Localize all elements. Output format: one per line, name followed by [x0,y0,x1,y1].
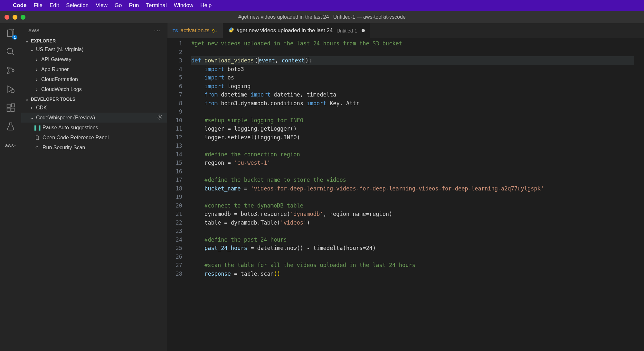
chevron-right-icon: › [29,105,34,111]
python-icon [228,27,234,34]
menu-go[interactable]: Go [115,2,122,9]
editor-area: TS activation.ts 9+ #get new videos uplo… [167,23,644,351]
codewhisperer-label: CodeWhisperer (Preview) [36,115,95,121]
region-label: US East (N. Virginia) [36,47,83,52]
service-label: CloudWatch Logs [41,87,82,92]
svg-point-9 [159,116,161,118]
app-name[interactable]: Code [13,2,27,9]
devtools-cdk[interactable]: › CDK [21,103,167,113]
svg-point-2 [7,72,9,74]
service-cloudformation[interactable]: › CloudFormation [21,74,167,84]
maximize-window-button[interactable] [21,15,25,20]
tab-activation-ts[interactable]: TS activation.ts 9+ [167,23,223,38]
service-cloudwatch-logs[interactable]: › CloudWatch Logs [21,84,167,94]
source-control-icon[interactable] [5,65,16,76]
sidebar-title: AWS [28,28,40,33]
cdk-label: CDK [36,105,47,111]
chevron-down-icon: ⌄ [29,46,34,52]
explorer-section-header[interactable]: ⌄ EXPLORER [21,37,167,44]
tab-badge: 9+ [212,28,217,33]
aws-icon[interactable]: aws [5,140,16,151]
menu-edit[interactable]: Edit [50,2,59,9]
chevron-down-icon: ⌄ [24,97,30,102]
pause-icon: ❚❚ [34,125,41,131]
code-editor[interactable]: 1234567891011121314151617181920212223242… [167,38,644,351]
run-debug-icon[interactable] [5,84,16,95]
explorer-icon[interactable]: 1 [5,28,16,39]
menu-terminal[interactable]: Terminal [146,2,167,9]
cw-pause-label: Pause Auto-suggestions [43,125,98,131]
more-actions-icon[interactable]: ··· [154,27,161,34]
search-icon[interactable] [5,46,16,57]
service-label: App Runner [41,67,69,72]
chevron-right-icon: › [34,57,39,62]
chevron-down-icon: ⌄ [24,38,30,43]
service-label: CloudFormation [41,77,78,82]
cw-pause-suggestions[interactable]: ❚❚ Pause Auto-suggestions [21,123,167,133]
extensions-icon[interactable] [5,102,16,113]
chevron-right-icon: › [34,87,39,92]
macos-menubar: Code File Edit Selection View Go Run Ter… [0,0,644,11]
window-titlebar: #get new videos uploaded in the last 24 … [0,11,644,23]
svg-point-10 [36,146,38,148]
editor-tabs: TS activation.ts 9+ #get new videos uplo… [167,23,644,38]
service-label: API Gateway [41,57,71,62]
menu-window[interactable]: Window [174,2,193,9]
menu-run[interactable]: Run [129,2,139,9]
window-title: #get new videos uploaded in the last 24 … [238,14,405,20]
cw-security-scan[interactable]: Run Security Scan [21,143,167,152]
tab-label: activation.ts [181,27,210,34]
close-window-button[interactable] [5,15,9,20]
line-number-gutter: 1234567891011121314151617181920212223242… [167,39,191,351]
explorer-label: EXPLORER [31,38,56,43]
activity-bar: 1 aws [0,23,21,351]
tab-sublabel: Untitled-1 [336,28,357,33]
explorer-badge: 1 [12,35,17,40]
svg-point-4 [11,89,14,93]
svg-rect-6 [7,108,10,111]
typescript-icon: TS [173,28,178,33]
svg-point-1 [7,67,9,69]
tab-label: #get new videos uploaded in the last 24 [237,27,333,34]
chevron-right-icon: › [34,67,39,72]
svg-rect-5 [7,104,10,107]
cw-open-reference[interactable]: Open Code Reference Panel [21,133,167,143]
minimize-window-button[interactable] [13,15,17,20]
menu-help[interactable]: Help [200,2,212,9]
svg-point-3 [12,69,14,71]
menu-file[interactable]: File [34,2,43,9]
service-app-runner[interactable]: › App Runner [21,64,167,74]
menu-selection[interactable]: Selection [66,2,89,9]
menu-view[interactable]: View [96,2,108,9]
cw-scan-label: Run Security Scan [43,145,85,151]
tab-untitled-py[interactable]: #get new videos uploaded in the last 24 … [223,23,371,38]
chevron-right-icon: › [34,77,39,82]
minimap[interactable] [634,39,644,351]
sidebar: AWS ··· ⌄ EXPLORER ⌄ US East (N. Virgini… [21,23,167,351]
devtools-label: DEVELOPER TOOLS [31,97,75,102]
svg-rect-8 [12,104,15,107]
chevron-down-icon: ⌄ [29,115,34,121]
scan-icon [34,145,41,150]
region-item[interactable]: ⌄ US East (N. Virginia) [21,44,167,54]
service-api-gateway[interactable]: › API Gateway [21,54,167,64]
devtools-codewhisperer[interactable]: ⌄ CodeWhisperer (Preview) [21,113,167,123]
devtools-section-header[interactable]: ⌄ DEVELOPER TOOLS [21,96,167,103]
gear-icon[interactable] [157,114,163,121]
modified-indicator-icon [362,29,365,32]
svg-rect-7 [11,108,14,111]
file-icon [34,135,41,140]
code-content[interactable]: #get new videos uploaded in the last 24 … [191,39,634,351]
testing-icon[interactable] [5,121,16,132]
svg-point-0 [7,48,13,54]
cw-ref-label: Open Code Reference Panel [43,135,109,141]
